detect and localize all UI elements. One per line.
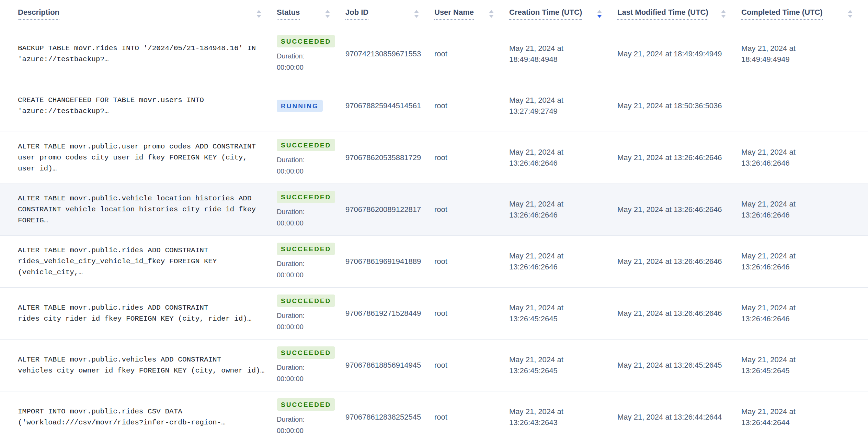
table-row[interactable]: ALTER TABLE movr.public.vehicles ADD CON… — [0, 340, 868, 391]
job-description[interactable]: BACKUP TABLE movr.rides INTO '/2024/05/2… — [0, 43, 277, 65]
duration-value: 00:00:00 — [277, 373, 332, 385]
job-description[interactable]: ALTER TABLE movr.public.rides ADD CONSTR… — [0, 245, 277, 278]
last-modified-time: May 21, 2024 at 13:26:46:2646 — [617, 152, 741, 163]
job-id: 970678620089122817 — [345, 204, 434, 215]
table-header-row: Description Status Job ID User Name Crea… — [0, 0, 868, 28]
last-modified-time: May 21, 2024 at 13:26:46:2646 — [617, 308, 741, 319]
job-id: 970678618856914945 — [345, 360, 434, 371]
creation-time: May 21, 2024 at 13:26:43:2643 — [509, 406, 617, 428]
status-badge: SUCCEEDED — [277, 398, 335, 411]
column-label[interactable]: User Name — [434, 8, 474, 20]
job-description[interactable]: CREATE CHANGEFEED FOR TABLE movr.users I… — [0, 95, 277, 117]
user-name: root — [434, 152, 509, 163]
status-badge: SUCCEEDED — [277, 139, 335, 151]
table-row[interactable]: ALTER TABLE movr.public.vehicle_location… — [0, 184, 868, 236]
duration-label: Duration: — [277, 414, 332, 425]
table-row[interactable]: CREATE CHANGEFEED FOR TABLE movr.users I… — [0, 80, 868, 132]
job-status-cell: SUCCEEDEDDuration:00:00:00 — [277, 398, 345, 436]
duration-value: 00:00:00 — [277, 269, 332, 281]
status-badge: SUCCEEDED — [277, 243, 335, 255]
duration-label: Duration: — [277, 258, 332, 269]
creation-time: May 21, 2024 at 13:27:49:2749 — [509, 95, 617, 117]
column-header-user-name[interactable]: User Name — [434, 0, 509, 28]
creation-time: May 21, 2024 at 13:26:46:2646 — [509, 251, 617, 273]
duration-value: 00:00:00 — [277, 425, 332, 436]
table-body: BACKUP TABLE movr.rides INTO '/2024/05/2… — [0, 28, 868, 443]
job-status-cell: SUCCEEDEDDuration:00:00:00 — [277, 346, 345, 385]
column-header-completed-time[interactable]: Completed Time (UTC) — [741, 0, 868, 28]
user-name: root — [434, 360, 509, 371]
creation-time: May 21, 2024 at 13:26:46:2646 — [509, 147, 617, 169]
job-id: 970742130859671553 — [345, 48, 434, 59]
table-row[interactable]: ALTER TABLE movr.public.rides ADD CONSTR… — [0, 288, 868, 340]
last-modified-time: May 21, 2024 at 13:26:46:2646 — [617, 256, 741, 267]
job-description[interactable]: ALTER TABLE movr.public.vehicles ADD CON… — [0, 354, 277, 376]
user-name: root — [434, 204, 509, 215]
creation-time: May 21, 2024 at 13:26:45:2645 — [509, 354, 617, 376]
column-label[interactable]: Description — [18, 8, 59, 20]
column-header-last-modified-time[interactable]: Last Modified Time (UTC) — [617, 0, 741, 28]
duration-label: Duration: — [277, 310, 332, 321]
column-label[interactable]: Completed Time (UTC) — [741, 8, 823, 20]
column-header-status[interactable]: Status — [277, 0, 345, 28]
job-description[interactable]: ALTER TABLE movr.public.rides ADD CONSTR… — [0, 302, 277, 324]
job-id: 970678620535881729 — [345, 152, 434, 163]
user-name: root — [434, 100, 509, 111]
duration-value: 00:00:00 — [277, 166, 332, 177]
table-row[interactable]: ALTER TABLE movr.public.rides ADD CONSTR… — [0, 236, 868, 288]
completed-time: May 21, 2024 at 13:26:46:2646 — [741, 302, 868, 324]
last-modified-time: May 21, 2024 at 18:50:36:5036 — [617, 100, 741, 111]
status-badge: SUCCEEDED — [277, 191, 335, 203]
column-label[interactable]: Creation Time (UTC) — [509, 8, 582, 20]
table-row[interactable]: IMPORT INTO movr.public.rides CSV DATA (… — [0, 391, 868, 443]
job-description[interactable]: ALTER TABLE movr.public.user_promo_codes… — [0, 141, 277, 174]
column-label[interactable]: Last Modified Time (UTC) — [617, 8, 708, 20]
last-modified-time: May 21, 2024 at 13:26:45:2645 — [617, 360, 741, 371]
duration-value: 00:00:00 — [277, 218, 332, 229]
last-modified-time: May 21, 2024 at 13:26:46:2646 — [617, 204, 741, 215]
completed-time: May 21, 2024 at 13:26:45:2645 — [741, 354, 868, 376]
job-id: 970678619691941889 — [345, 256, 434, 267]
user-name: root — [434, 308, 509, 319]
sort-icon[interactable] — [597, 10, 602, 18]
completed-time: May 21, 2024 at 13:26:46:2646 — [741, 251, 868, 273]
duration-value: 00:00:00 — [277, 321, 332, 333]
creation-time: May 21, 2024 at 13:26:45:2645 — [509, 302, 617, 324]
column-header-job-id[interactable]: Job ID — [345, 0, 434, 28]
status-badge: SUCCEEDED — [277, 295, 335, 307]
job-status-cell: SUCCEEDEDDuration:00:00:00 — [277, 243, 345, 281]
user-name: root — [434, 48, 509, 59]
duration-label: Duration: — [277, 51, 332, 62]
job-status-cell: SUCCEEDEDDuration:00:00:00 — [277, 191, 345, 229]
sort-icon[interactable] — [489, 10, 494, 18]
completed-time: May 21, 2024 at 18:49:49:4949 — [741, 43, 868, 65]
sort-icon[interactable] — [256, 10, 261, 18]
column-header-creation-time[interactable]: Creation Time (UTC) — [509, 0, 617, 28]
last-modified-time: May 21, 2024 at 18:49:49:4949 — [617, 48, 741, 59]
job-status-cell: RUNNING — [277, 100, 345, 112]
table-row[interactable]: ALTER TABLE movr.public.user_promo_codes… — [0, 132, 868, 184]
sort-icon[interactable] — [325, 10, 330, 18]
job-description[interactable]: IMPORT INTO movr.public.rides CSV DATA (… — [0, 406, 277, 428]
sort-icon[interactable] — [848, 10, 853, 18]
column-label[interactable]: Job ID — [345, 8, 368, 20]
status-badge: RUNNING — [277, 100, 323, 112]
duration-value: 00:00:00 — [277, 62, 332, 73]
sort-icon[interactable] — [414, 10, 419, 18]
sort-icon[interactable] — [721, 10, 726, 18]
duration-label: Duration: — [277, 154, 332, 166]
column-header-description[interactable]: Description — [0, 0, 277, 28]
status-badge: SUCCEEDED — [277, 35, 335, 47]
job-status-cell: SUCCEEDEDDuration:00:00:00 — [277, 295, 345, 333]
creation-time: May 21, 2024 at 13:26:46:2646 — [509, 199, 617, 221]
completed-time: May 21, 2024 at 13:26:44:2644 — [741, 406, 868, 428]
job-description[interactable]: ALTER TABLE movr.public.vehicle_location… — [0, 193, 277, 226]
table-row[interactable]: BACKUP TABLE movr.rides INTO '/2024/05/2… — [0, 28, 868, 80]
completed-time: May 21, 2024 at 13:26:46:2646 — [741, 147, 868, 169]
column-label[interactable]: Status — [277, 8, 300, 20]
last-modified-time: May 21, 2024 at 13:26:44:2644 — [617, 412, 741, 423]
duration-label: Duration: — [277, 206, 332, 218]
job-status-cell: SUCCEEDEDDuration:00:00:00 — [277, 35, 345, 73]
creation-time: May 21, 2024 at 18:49:48:4948 — [509, 43, 617, 65]
job-id: 970678825944514561 — [345, 100, 434, 111]
